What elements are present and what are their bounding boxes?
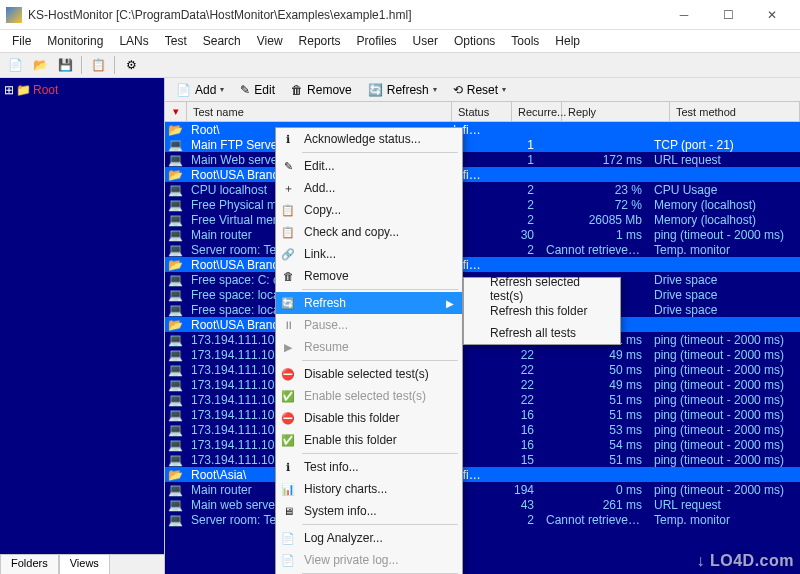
tree-root-item[interactable]: ⊞ 📁 Root [4, 82, 160, 98]
menu-item-acknowledge-status[interactable]: ℹAcknowledge status... [276, 128, 462, 150]
menu-help[interactable]: Help [547, 32, 588, 50]
refresh-button[interactable]: 🔄 Refresh ▾ [361, 80, 444, 100]
menu-item-copy[interactable]: 📋Copy... [276, 199, 462, 221]
menu-file[interactable]: File [4, 32, 39, 50]
folder-icon: 📂 [165, 123, 185, 137]
add-icon: ＋ [280, 180, 296, 196]
sidebar-tabs: Folders Views [0, 554, 164, 574]
test-row[interactable]: 💻Main Web server1172 msURL request [165, 152, 800, 167]
minimize-button[interactable]: ─ [662, 1, 706, 29]
add-button[interactable]: 📄 Add ▾ [169, 80, 231, 100]
submenu-item-refresh-this-folder[interactable]: Refresh this folder [464, 300, 620, 322]
cell-reply: 26085 Mb [540, 213, 648, 227]
refresh-submenu[interactable]: Refresh selected test(s)Refresh this fol… [463, 277, 621, 345]
menu-item-link[interactable]: 🔗Link... [276, 243, 462, 265]
titlebar: KS-HostMonitor [C:\ProgramData\HostMonit… [0, 0, 800, 30]
test-row[interactable]: 💻173.194.111.1032249 msping (timeout - 2… [165, 377, 800, 392]
cell-reply: 23 % [540, 183, 648, 197]
test-row[interactable]: 💻Main router1940 msping (timeout - 2000 … [165, 482, 800, 497]
menu-item-log-analyzer[interactable]: 📄Log Analyzer... [276, 527, 462, 549]
menu-options[interactable]: Options [446, 32, 503, 50]
folder-row[interactable]: 📂Root\USA Brancundefined [165, 257, 800, 272]
test-row[interactable]: 💻173.194.111.1042251 msping (timeout - 2… [165, 392, 800, 407]
menu-label: Remove [304, 269, 454, 283]
flag-column-icon[interactable]: ▾ [165, 102, 187, 121]
menu-label: Enable selected test(s) [304, 389, 454, 403]
menu-item-test-info[interactable]: ℹTest info... [276, 456, 462, 478]
menu-item-edit[interactable]: ✎Edit... [276, 155, 462, 177]
menu-item-enable-this-folder[interactable]: ✅Enable this folder [276, 429, 462, 451]
tab-folders[interactable]: Folders [0, 554, 59, 574]
menu-label: Edit... [304, 159, 454, 173]
test-row[interactable]: 💻173.194.111.1051651 msping (timeout - 2… [165, 407, 800, 422]
cell-reply: 54 ms [540, 438, 648, 452]
test-row[interactable]: 💻173.194.111.1071654 msping (timeout - 2… [165, 437, 800, 452]
edit-button[interactable]: ✎ Edit [233, 80, 282, 100]
host-icon: 💻 [165, 483, 185, 497]
menu-item-refresh[interactable]: 🔄Refresh▶ [276, 292, 462, 314]
test-row[interactable]: 💻Main FTP Server1TCP (port - 21) [165, 137, 800, 152]
menu-item-check-and-copy[interactable]: 📋Check and copy... [276, 221, 462, 243]
test-row[interactable]: 💻Main web server43261 msURL request [165, 497, 800, 512]
properties-icon[interactable]: ⚙ [120, 54, 142, 76]
col-test-name[interactable]: Test name [187, 102, 452, 121]
folder-row[interactable]: 📂Root\USA Brancundefined [165, 167, 800, 182]
menu-item-history-charts[interactable]: 📊History charts... [276, 478, 462, 500]
menu-monitoring[interactable]: Monitoring [39, 32, 111, 50]
col-method[interactable]: Test method [670, 102, 800, 121]
test-row[interactable]: 💻Free Physical mem272 %Memory (localhost… [165, 197, 800, 212]
menubar: FileMonitoringLANsTestSearchViewReportsP… [0, 30, 800, 52]
menu-item-disable-this-folder[interactable]: ⛔Disable this folder [276, 407, 462, 429]
submenu-item-refresh-all-tests[interactable]: Refresh all tests [464, 322, 620, 344]
host-icon: 💻 [165, 138, 185, 152]
test-row[interactable]: 💻173.194.111.1081551 msping (timeout - 2… [165, 452, 800, 467]
sidebar: ⊞ 📁 Root Folders Views [0, 78, 165, 574]
submenu-item-refresh-selected-test-s[interactable]: Refresh selected test(s) [464, 278, 620, 300]
menu-label: Enable this folder [304, 433, 454, 447]
reset-button[interactable]: ⟲ Reset ▾ [446, 80, 513, 100]
cell-reply: 51 ms [540, 393, 648, 407]
menu-item-pause: ⏸Pause... [276, 314, 462, 336]
menu-item-disable-selected-test-s[interactable]: ⛔Disable selected test(s) [276, 363, 462, 385]
cell-method: URL request [648, 153, 800, 167]
test-row[interactable]: 💻Main router301 msping (timeout - 2000 m… [165, 227, 800, 242]
menu-item-system-info[interactable]: 🖥System info... [276, 500, 462, 522]
folder-tree[interactable]: ⊞ 📁 Root [0, 78, 164, 554]
open-file-icon[interactable]: 📂 [29, 54, 51, 76]
copy-icon[interactable]: 📋 [87, 54, 109, 76]
new-file-icon[interactable]: 📄 [4, 54, 26, 76]
test-row[interactable]: 💻Server room: Tem2Cannot retrieve data f… [165, 242, 800, 257]
folder-row[interactable]: 📂Root\undefined [165, 122, 800, 137]
test-row[interactable]: 💻173.194.111.1022250 msping (timeout - 2… [165, 362, 800, 377]
close-button[interactable]: ✕ [750, 1, 794, 29]
menu-reports[interactable]: Reports [291, 32, 349, 50]
remove-button[interactable]: 🗑 Remove [284, 80, 359, 100]
col-recurrence[interactable]: Recurre... [512, 102, 562, 121]
menu-item-remove[interactable]: 🗑Remove [276, 265, 462, 287]
save-icon[interactable]: 💾 [54, 54, 76, 76]
menu-view[interactable]: View [249, 32, 291, 50]
tab-views[interactable]: Views [59, 554, 110, 574]
test-row[interactable]: 💻Free Virtual mem226085 MbMemory (localh… [165, 212, 800, 227]
cell-reply: 51 ms [540, 453, 648, 467]
col-status[interactable]: Status [452, 102, 512, 121]
cell-recur: 43 [490, 498, 540, 512]
window-title: KS-HostMonitor [C:\ProgramData\HostMonit… [28, 8, 662, 22]
cell-method: Memory (localhost) [648, 213, 800, 227]
context-menu[interactable]: ℹAcknowledge status...✎Edit...＋Add...📋Co… [275, 127, 463, 574]
menu-tools[interactable]: Tools [503, 32, 547, 50]
menu-user[interactable]: User [405, 32, 446, 50]
menu-test[interactable]: Test [157, 32, 195, 50]
test-row[interactable]: 💻CPU localhost223 %CPU Usage [165, 182, 800, 197]
menu-lans[interactable]: LANs [111, 32, 156, 50]
test-row[interactable]: 💻173.194.111.1061653 msping (timeout - 2… [165, 422, 800, 437]
menu-search[interactable]: Search [195, 32, 249, 50]
col-reply[interactable]: Reply [562, 102, 670, 121]
menu-profiles[interactable]: Profiles [349, 32, 405, 50]
test-row[interactable]: 💻173.194.111.1012249 msping (timeout - 2… [165, 347, 800, 362]
test-row[interactable]: 💻Server room: Tem2Cannot retrieve data f… [165, 512, 800, 527]
maximize-button[interactable]: ☐ [706, 1, 750, 29]
expand-icon[interactable]: ⊞ [4, 83, 14, 97]
menu-item-add[interactable]: ＋Add... [276, 177, 462, 199]
folder-row[interactable]: 📂Root\Asia\undefined [165, 467, 800, 482]
